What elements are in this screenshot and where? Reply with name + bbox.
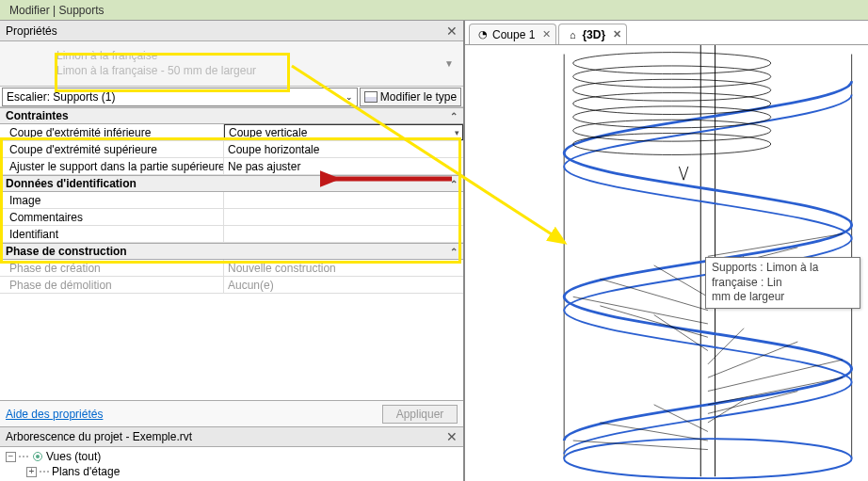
apply-button[interactable]: Appliquer (382, 405, 458, 424)
label-adjust-support: Ajuster le support dans la partie supéri… (0, 158, 224, 174)
label-comments: Commentaires (0, 209, 224, 225)
collapse-icon[interactable]: ⌃ (450, 179, 458, 189)
row-adjust-support[interactable]: Ajuster le support dans la partie supéri… (0, 158, 463, 175)
element-tooltip: Supports : Limon à la française : Lin mm… (705, 257, 860, 309)
tab-coupe1-label: Coupe 1 (492, 28, 535, 41)
svg-point-26 (573, 106, 771, 128)
3d-viewport[interactable]: Supports : Limon à la française : Lin mm… (465, 45, 868, 481)
svg-point-23 (573, 66, 771, 88)
project-browser-header: Arborescence du projet - Exemple.rvt ✕ (0, 426, 463, 447)
tab-3d[interactable]: ⌂ {3D} ✕ (558, 24, 627, 44)
tree-dotted-icon: ⋯ (39, 465, 50, 478)
svg-point-22 (573, 53, 771, 74)
home-3d-icon: ⌂ (567, 29, 578, 40)
chevron-down-icon: ⌄ (346, 92, 353, 102)
row-phase-created: Phase de création Nouvelle construction (0, 260, 463, 277)
type-name-label: Limon à la française - 50 mm de largeur (56, 64, 256, 79)
value-phase-demolished: Aucun(e) (224, 277, 463, 293)
close-icon[interactable]: ✕ (446, 24, 458, 39)
section-phasing[interactable]: Phase de construction ⌃ (0, 243, 463, 260)
value-upper-end-cut[interactable]: Coupe horizontale (224, 141, 463, 157)
filter-value: Escalier: Supports (1) (7, 90, 115, 104)
view-area: ◔ Coupe 1 ✕ ⌂ {3D} ✕ (465, 21, 868, 481)
view-tabs: ◔ Coupe 1 ✕ ⌂ {3D} ✕ (465, 21, 868, 45)
chevron-down-icon[interactable]: ▾ (455, 128, 459, 137)
tree-root-label: Vues (tout) (46, 450, 101, 463)
window-title-bar: Modifier | Supports (0, 0, 868, 21)
value-image[interactable] (224, 192, 463, 208)
label-identifier: Identifiant (0, 226, 224, 242)
svg-line-11 (708, 360, 843, 391)
row-image[interactable]: Image (0, 192, 463, 209)
section-view-icon: ◔ (477, 29, 489, 40)
section-phasing-title: Phase de construction (6, 245, 127, 258)
svg-point-25 (573, 93, 771, 115)
tree-child-label: Plans d'étage (52, 465, 120, 478)
svg-point-4 (564, 439, 851, 478)
window-title: Modifier | Supports (9, 4, 104, 17)
svg-point-24 (573, 79, 771, 101)
edit-type-icon (364, 91, 378, 103)
collapse-icon[interactable]: ⌃ (450, 111, 458, 121)
label-lower-end-cut: Coupe d'extrémité inférieure (0, 124, 224, 140)
value-phase-created: Nouvelle construction (224, 260, 463, 276)
svg-line-10 (708, 377, 843, 405)
row-phase-demolished: Phase de démolition Aucun(e) (0, 277, 463, 294)
label-phase-created: Phase de création (0, 260, 224, 276)
svg-line-15 (600, 306, 708, 337)
tree-collapse-icon[interactable]: − (6, 452, 16, 462)
section-identity-title: Données d'identification (6, 177, 137, 190)
svg-line-6 (600, 423, 708, 441)
row-lower-end-cut[interactable]: Coupe d'extrémité inférieure Coupe verti… (0, 124, 463, 141)
properties-filter-select[interactable]: Escalier: Supports (1) ⌄ (2, 88, 358, 106)
tooltip-text: Supports : Limon à la française : Lin mm… (712, 261, 818, 303)
properties-footer: Aide des propriétés Appliquer (0, 400, 463, 426)
properties-header: Propriétés ✕ (0, 21, 463, 41)
value-identifier[interactable] (224, 226, 463, 242)
type-selector[interactable]: Limon à la française Limon à la français… (0, 41, 463, 87)
section-constraints-title: Contraintes (6, 109, 69, 122)
label-upper-end-cut: Coupe d'extrémité supérieure (0, 141, 224, 157)
project-browser-tree[interactable]: − ⋯ Vues (tout) + ⋯ Plans d'étage (0, 447, 463, 481)
section-constraints[interactable]: Contraintes ⌃ (0, 107, 463, 124)
properties-grid: Contraintes ⌃ Coupe d'extrémité inférieu… (0, 107, 463, 400)
collapse-icon[interactable]: ⌃ (450, 247, 458, 257)
section-identity[interactable]: Données d'identification ⌃ (0, 175, 463, 192)
project-browser-title: Arborescence du projet - Exemple.rvt (6, 430, 192, 443)
label-image: Image (0, 192, 224, 208)
value-comments[interactable] (224, 209, 463, 225)
tab-3d-label: {3D} (582, 28, 605, 41)
value-adjust-support[interactable]: Ne pas ajuster (224, 158, 463, 174)
chevron-down-icon[interactable]: ▼ (444, 58, 454, 69)
properties-panel: Propriétés ✕ Limon à la française Limon … (0, 21, 465, 481)
row-identifier[interactable]: Identifiant (0, 226, 463, 243)
tree-row-child[interactable]: + ⋯ Plans d'étage (6, 464, 458, 479)
properties-help-link[interactable]: Aide des propriétés (6, 408, 103, 421)
tab-coupe1[interactable]: ◔ Coupe 1 ✕ (469, 24, 556, 44)
tree-dotted-icon: ⋯ (18, 450, 29, 463)
close-icon[interactable]: ✕ (446, 429, 458, 444)
type-family-label: Limon à la française (56, 49, 256, 64)
svg-line-16 (573, 297, 708, 324)
tree-expand-icon[interactable]: + (26, 467, 37, 477)
edit-type-button[interactable]: Modifier le type (360, 88, 461, 106)
row-comments[interactable]: Commentaires (0, 209, 463, 226)
properties-title: Propriétés (6, 24, 57, 38)
label-phase-demolished: Phase de démolition (0, 277, 224, 293)
close-icon[interactable]: ✕ (613, 28, 621, 40)
views-icon (33, 452, 42, 461)
value-lower-end-cut[interactable]: Coupe verticale ▾ (224, 124, 463, 140)
tree-row-root[interactable]: − ⋯ Vues (tout) (6, 449, 458, 464)
edit-type-label: Modifier le type (380, 90, 457, 104)
row-upper-end-cut[interactable]: Coupe d'extrémité supérieure Coupe horiz… (0, 141, 463, 158)
close-icon[interactable]: ✕ (542, 28, 551, 40)
